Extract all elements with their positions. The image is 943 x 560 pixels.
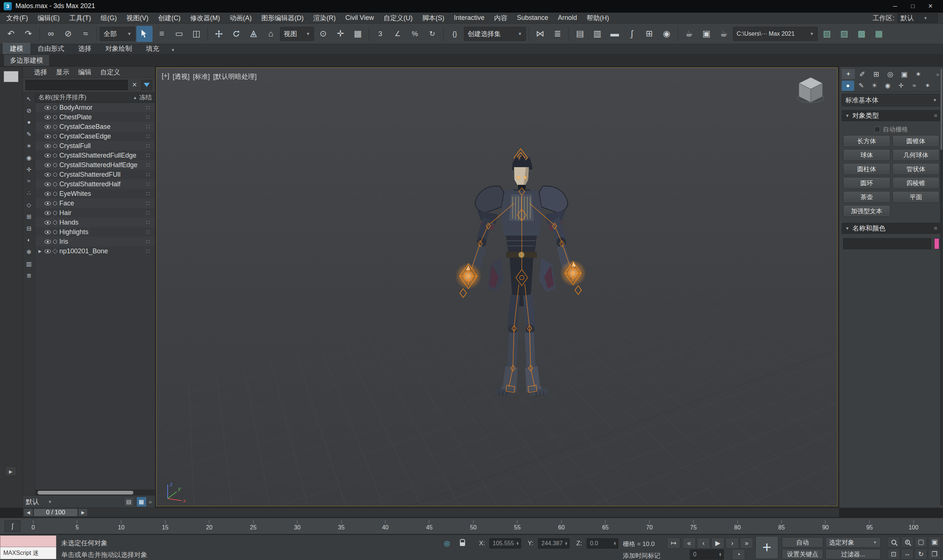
select-and-rotate-icon[interactable] xyxy=(228,26,244,42)
named-selection-sets-dropdown[interactable]: 创建选择集 ▼ xyxy=(464,27,526,41)
frozen-toggle[interactable]: ∷ xyxy=(143,114,153,121)
spinner-arrows[interactable]: ▲▼ xyxy=(516,542,519,545)
primitive-set-dropdown[interactable]: 标准基本体 ▼ xyxy=(842,94,941,106)
list-item[interactable]: Iris ∷ xyxy=(35,237,155,246)
visibility-eye-icon[interactable] xyxy=(45,173,51,177)
toggle-scene-explorer-icon[interactable]: ▤ xyxy=(572,26,588,42)
current-frame-field[interactable]: 0 ▲▼ xyxy=(690,549,724,560)
frozen-toggle[interactable]: ∷ xyxy=(143,219,153,226)
viewport-layout-thumbnail[interactable] xyxy=(4,71,19,82)
name-color-rollout-header[interactable]: ▼ 名称和颜色 xyxy=(842,223,941,234)
visibility-eye-icon[interactable] xyxy=(45,163,51,167)
ribbon-tab[interactable]: 选择 xyxy=(71,43,98,54)
material-editor-icon[interactable]: ◉ xyxy=(659,26,675,42)
display-groups-icon[interactable]: ⊞ xyxy=(24,212,34,221)
interactive-session-icon[interactable]: ▧ xyxy=(819,26,835,42)
list-item[interactable]: Face ∷ xyxy=(35,198,155,208)
list-item[interactable]: EyeWhites ∷ xyxy=(35,189,155,198)
viewport-label-segment[interactable]: [透视] xyxy=(173,72,190,81)
object-type-rollout-header[interactable]: ▼ 对象类型 xyxy=(842,110,941,121)
list-item[interactable]: Hands ∷ xyxy=(35,218,155,227)
spinner-arrows[interactable]: ▲▼ xyxy=(613,542,616,545)
rectangular-selection-region-icon[interactable]: ▭ xyxy=(171,26,187,42)
list-item[interactable]: ChestPlate ∷ xyxy=(35,112,155,122)
unlink-selection-icon[interactable]: ⊘ xyxy=(60,26,76,42)
menu-item[interactable]: 组(G) xyxy=(96,12,122,23)
display-cameras-icon[interactable]: ◉ xyxy=(24,153,34,162)
menu-item[interactable]: 帮助(H) xyxy=(582,12,614,23)
spinner-arrows[interactable]: ▲▼ xyxy=(565,542,568,545)
ribbon-collapse-icon[interactable]: ▾ xyxy=(169,46,177,54)
menu-item[interactable]: 图形编辑器(D) xyxy=(256,12,309,23)
previous-frame-icon[interactable]: ‹ xyxy=(697,537,710,549)
panel-scrollbar[interactable] xyxy=(940,69,943,506)
list-item[interactable]: CrystalFull ∷ xyxy=(35,141,155,151)
macro-recorder-lane[interactable] xyxy=(0,535,56,547)
set-key-button[interactable]: 设置关键点 xyxy=(782,549,823,559)
frozen-toggle[interactable]: ∷ xyxy=(143,229,153,235)
object-type-button[interactable]: 平面 xyxy=(892,191,940,203)
frozen-toggle[interactable]: ∷ xyxy=(143,209,153,217)
frozen-toggle[interactable]: ∷ xyxy=(143,200,153,207)
polygon-modeling-tab[interactable]: 多边形建模 xyxy=(4,54,49,66)
visibility-eye-icon[interactable] xyxy=(45,249,51,253)
viewcube[interactable] xyxy=(794,74,828,108)
visibility-eye-icon[interactable] xyxy=(45,134,51,138)
display-lights-icon[interactable]: ☀ xyxy=(24,141,34,151)
list-item[interactable]: CrystallShatteredFullEdge ∷ xyxy=(35,151,155,160)
spinner-arrows[interactable]: ▲▼ xyxy=(719,552,722,556)
select-object-icon[interactable]: ↖ xyxy=(24,94,34,103)
list-item[interactable]: Highlights ∷ xyxy=(35,227,155,237)
display-geometry-icon[interactable]: ● xyxy=(24,117,34,127)
timeline-ruler[interactable]: 0510152025303540455055606570758085909510… xyxy=(33,519,914,533)
helpers-category-icon[interactable]: ✛ xyxy=(895,81,907,91)
go-to-end-icon[interactable]: » xyxy=(740,537,753,549)
go-to-start-icon[interactable]: « xyxy=(682,537,696,549)
character-model[interactable] xyxy=(440,148,602,450)
display-shapes-icon[interactable]: ✎ xyxy=(24,129,34,139)
cameras-category-icon[interactable]: ◉ xyxy=(881,81,894,91)
object-type-button[interactable]: 茶壶 xyxy=(843,191,890,203)
visibility-eye-icon[interactable] xyxy=(45,192,51,196)
visibility-eye-icon[interactable] xyxy=(45,144,51,148)
filter-icon[interactable] xyxy=(141,80,152,90)
zoom-icon[interactable] xyxy=(887,537,900,548)
scrollbar-thumb[interactable] xyxy=(940,69,942,150)
scene-explorer-menu-item[interactable]: 显示 xyxy=(52,68,74,77)
object-type-button[interactable]: 四棱锥 xyxy=(892,177,940,189)
list-column-header[interactable]: 名称(按升序排序) ▲ 冻结 xyxy=(35,92,155,103)
object-type-button[interactable]: 球体 xyxy=(843,149,890,161)
shapes-category-icon[interactable]: ✎ xyxy=(855,81,867,91)
visibility-eye-icon[interactable] xyxy=(45,202,51,205)
menu-item[interactable]: Arnold xyxy=(553,12,582,23)
workspace-dropdown[interactable]: 默认 ▼ xyxy=(897,13,938,23)
render-production-icon[interactable]: ☕ xyxy=(716,26,732,42)
close-button[interactable]: ✕ xyxy=(921,1,939,12)
display-tab-icon[interactable]: ▣ xyxy=(898,69,911,79)
display-spacewarps-icon[interactable]: ≈ xyxy=(24,176,34,186)
key-filters-button[interactable]: 过滤器... xyxy=(826,549,881,559)
listener-lane[interactable]: MAXScript 迷 xyxy=(0,547,56,559)
x-position-field[interactable]: 105.555 ▲▼ xyxy=(489,538,521,549)
layout-tabs-expand-icon[interactable]: ▸ xyxy=(5,466,16,476)
menu-item[interactable]: 创建(C) xyxy=(153,12,185,23)
spinner-snap-icon[interactable]: ↻ xyxy=(424,26,440,42)
list-item[interactable]: Hair ∷ xyxy=(35,208,155,218)
list-item[interactable]: BodyArmor ∷ xyxy=(35,103,155,112)
key-mode-toggle-icon[interactable]: ↦ xyxy=(667,537,680,549)
reference-coordinate-dropdown[interactable]: 视图 ▼ xyxy=(280,27,314,41)
time-slider[interactable]: ◀ 0 / 100 ▶ xyxy=(23,508,839,517)
curve-editor-icon[interactable]: ∫ xyxy=(624,26,640,42)
viewport-label-segment[interactable]: [标准] xyxy=(193,72,210,81)
list-item[interactable]: CrystallShatteredHalfEdge ∷ xyxy=(35,160,155,170)
motion-tab-icon[interactable]: ◎ xyxy=(884,69,897,79)
set-keys-button[interactable]: + xyxy=(755,536,778,559)
schematic-view-icon[interactable]: ⊞ xyxy=(641,26,657,42)
frozen-toggle[interactable]: ∷ xyxy=(143,238,153,245)
object-color-swatch[interactable] xyxy=(934,238,939,249)
select-and-manipulate-icon[interactable]: ✛ xyxy=(332,26,349,42)
menu-item[interactable]: 文件(F) xyxy=(2,12,33,23)
list-item[interactable]: ▶ np100201_Bone ∷ xyxy=(35,246,155,256)
selected-objects-dropdown[interactable]: 选定对象 ▼ xyxy=(826,537,881,548)
select-by-name-icon[interactable]: ≡ xyxy=(154,26,170,42)
